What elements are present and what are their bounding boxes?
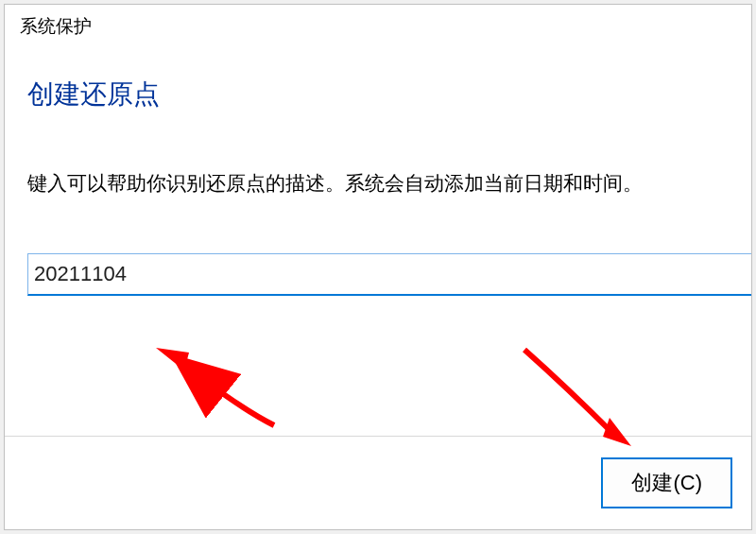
system-protection-dialog: 系统保护 创建还原点 键入可以帮助你识别还原点的描述。系统会自动添加当前日期和时…	[4, 4, 752, 530]
restore-point-description-input[interactable]	[27, 253, 751, 296]
create-button[interactable]: 创建(C)	[601, 457, 732, 508]
button-row: 创建(C)	[5, 436, 751, 529]
dialog-title: 系统保护	[5, 5, 751, 48]
input-wrapper	[5, 206, 751, 296]
instruction-text: 键入可以帮助你识别还原点的描述。系统会自动添加当前日期和时间。	[5, 122, 751, 206]
create-restore-point-heading: 创建还原点	[5, 48, 751, 122]
